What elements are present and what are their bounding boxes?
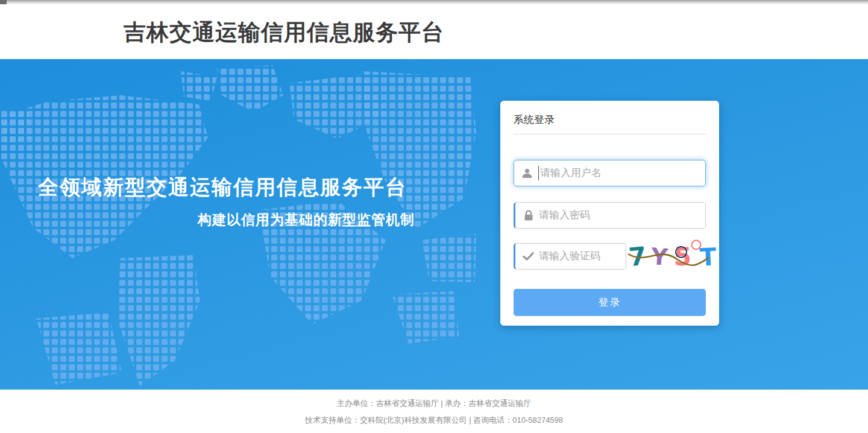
login-button[interactable]: 登录 [514,289,706,316]
captcha-char-2: Y [650,245,668,269]
site-footer: 主办单位：吉林省交通运输厅 | 承办：吉林省交通运输厅 技术支持单位：交科院(北… [0,390,868,433]
captcha-input[interactable] [539,250,621,262]
captcha-char-4: T [699,244,717,269]
page-title: 吉林交通运输信用信息服务平台 [124,17,444,48]
captcha-char-3: 5 [673,244,692,270]
hero-banner: 全领域新型交通运输信用信息服务平台 构建以信用为基础的新型监管机制 系统登录 [0,59,868,390]
password-input[interactable] [539,209,700,221]
world-map-dots-graphic [0,59,868,390]
footer-organizer-line: 主办单位：吉林省交通运输厅 | 承办：吉林省交通运输厅 [0,398,868,409]
captcha-char-1: 7 [627,244,647,270]
banner-headline: 全领域新型交通运输信用信息服务平台 [38,174,407,201]
top-strip-left-cap [0,0,7,4]
top-shadow-strip [0,0,868,4]
login-panel: 系统登录 [500,101,719,326]
footer-support-line: 技术支持单位：交科院(北京)科技发展有限公司 | 咨询电话：010-582745… [0,415,868,426]
captcha-field[interactable] [514,243,626,270]
username-field[interactable] [514,160,706,186]
login-title: 系统登录 [514,113,555,127]
user-icon [521,168,533,179]
username-input[interactable] [540,167,700,179]
text-caret [538,166,539,180]
captcha-image[interactable]: 7 Y 5 T [628,243,709,271]
password-field[interactable] [514,202,706,229]
banner-subheadline: 构建以信用为基础的新型监管机制 [198,210,415,229]
lock-icon [523,210,534,221]
site-header: 吉林交通运输信用信息服务平台 [0,4,868,59]
check-icon [523,251,534,262]
divider [514,134,706,134]
